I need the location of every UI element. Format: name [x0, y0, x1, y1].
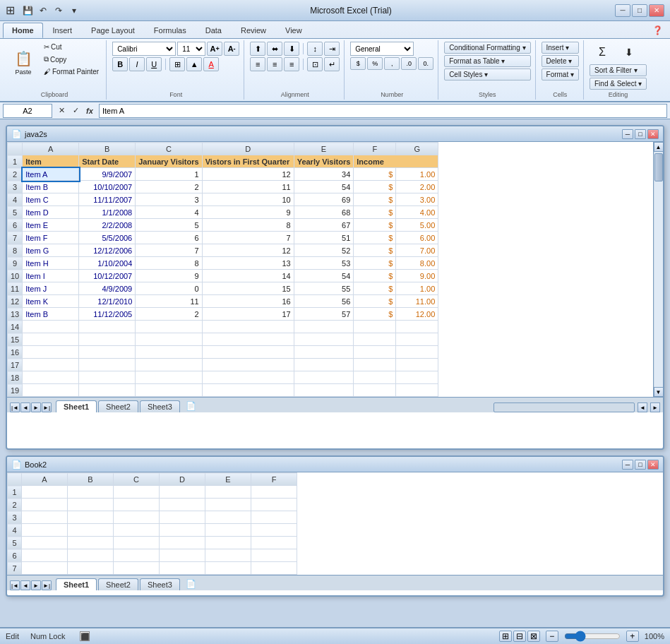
column-header-f[interactable]: F [354, 143, 396, 155]
row-header-9[interactable]: 9 [8, 257, 23, 270]
sort-filter-button[interactable]: Sort & Filter ▾ [590, 64, 647, 76]
cell-b6[interactable]: 2/2/2008 [79, 219, 136, 232]
row-header-18[interactable]: 18 [8, 371, 23, 384]
sheet2-nav-prev-button[interactable]: ◄ [20, 580, 30, 590]
header-cell-b1[interactable]: Start Date [79, 155, 136, 168]
align-center-button[interactable]: ≡ [267, 57, 282, 71]
workbook2-close-button[interactable]: ✕ [647, 460, 659, 470]
cell-c2[interactable]: 1 [136, 168, 202, 181]
empty-cell-17-0[interactable] [23, 359, 79, 371]
column-header-d[interactable]: D [202, 143, 294, 155]
border-button[interactable]: ⊞ [169, 57, 185, 71]
tab-view[interactable]: View [276, 23, 311, 38]
sheet-tab-sheet3[interactable]: Sheet3 [140, 400, 180, 412]
workbook2-maximize-button[interactable]: □ [635, 460, 646, 470]
empty-cell-19-4[interactable] [294, 384, 354, 397]
cell-e13[interactable]: 57 [294, 308, 354, 321]
empty-cell-18-5[interactable] [354, 371, 396, 384]
empty-cell2-3-4[interactable] [205, 511, 251, 524]
empty-cell-18-0[interactable] [23, 371, 79, 384]
cell-e9[interactable]: 53 [294, 257, 354, 270]
row2-header-3[interactable]: 3 [8, 511, 22, 524]
cell-b8[interactable]: 12/12/2006 [79, 244, 136, 257]
tab-data[interactable]: Data [196, 23, 231, 38]
cell-a12[interactable]: Item K [23, 295, 79, 308]
column-header-g[interactable]: G [396, 143, 438, 155]
close-button[interactable]: ✕ [649, 4, 664, 17]
row-header-12[interactable]: 12 [8, 295, 23, 308]
cell-d8[interactable]: 12 [202, 244, 294, 257]
tab-review[interactable]: Review [232, 23, 275, 38]
empty-cell-14-0[interactable] [23, 321, 79, 333]
cell-c5[interactable]: 4 [136, 206, 202, 219]
empty-cell2-7-1[interactable] [68, 562, 114, 575]
empty-cell2-4-2[interactable] [114, 524, 160, 537]
row-header-19[interactable]: 19 [8, 384, 23, 397]
row-header-4[interactable]: 4 [8, 193, 23, 206]
cell-f13[interactable]: $ [354, 308, 396, 321]
fill-color-button[interactable]: ▲ [186, 57, 202, 71]
cell-e3[interactable]: 54 [294, 181, 354, 193]
row-header-11[interactable]: 11 [8, 282, 23, 295]
add-sheet2-button[interactable]: 📄 [184, 578, 198, 590]
empty-cell-16-6[interactable] [396, 346, 438, 359]
row-header-15[interactable]: 15 [8, 333, 23, 346]
empty-cell-16-5[interactable] [354, 346, 396, 359]
cell-e10[interactable]: 54 [294, 270, 354, 282]
cut-button[interactable]: ✂ Cut [41, 42, 102, 52]
empty-cell2-5-2[interactable] [114, 537, 160, 549]
zoom-slider[interactable] [564, 632, 621, 640]
sheet-tab-sheet2[interactable]: Sheet2 [98, 400, 138, 412]
page-layout-view-button[interactable]: ⊟ [513, 631, 526, 642]
quick-access-dropdown[interactable]: ▾ [67, 4, 81, 18]
empty-cell-17-5[interactable] [354, 359, 396, 371]
empty-cell-19-2[interactable] [136, 384, 202, 397]
col2-header-d[interactable]: D [160, 473, 205, 486]
cell-b13[interactable]: 11/12/2005 [79, 308, 136, 321]
scroll-down-button[interactable]: ▼ [654, 387, 664, 397]
sheet2-tab-sheet3[interactable]: Sheet3 [140, 578, 180, 590]
col2-header-c[interactable]: C [114, 473, 160, 486]
insert-function-button[interactable]: fx [83, 105, 96, 117]
empty-cell2-4-4[interactable] [205, 524, 251, 537]
page-break-view-button[interactable]: ⊠ [527, 631, 540, 642]
empty-cell-19-3[interactable] [202, 384, 294, 397]
percent-button[interactable]: % [367, 57, 383, 70]
empty-cell2-6-3[interactable] [160, 549, 205, 562]
font-shrink-button[interactable]: A- [224, 42, 239, 56]
cell-styles-button[interactable]: Cell Styles ▾ [444, 68, 530, 80]
ribbon-help-button[interactable]: ❓ [650, 23, 664, 37]
empty-cell-18-3[interactable] [202, 371, 294, 384]
workbook2-minimize-button[interactable]: ─ [622, 460, 633, 470]
empty-cell-14-6[interactable] [396, 321, 438, 333]
cell-d13[interactable]: 17 [202, 308, 294, 321]
row-header-1[interactable]: 1 [8, 155, 23, 168]
cell-b12[interactable]: 12/1/2010 [79, 295, 136, 308]
conditional-formatting-button[interactable]: Conditional Formatting ▾ [444, 42, 530, 54]
row-header-5[interactable]: 5 [8, 206, 23, 219]
cell-c12[interactable]: 11 [136, 295, 202, 308]
scroll-track[interactable] [654, 152, 663, 387]
increase-decimal-button[interactable]: .0 [401, 57, 417, 70]
wrap-text-button[interactable]: ↵ [324, 57, 340, 71]
h-scroll-right[interactable]: ► [650, 402, 660, 412]
cell-f12[interactable]: $ [354, 295, 396, 308]
empty-cell-15-3[interactable] [202, 333, 294, 346]
row2-header-4[interactable]: 4 [8, 524, 22, 537]
empty-cell2-7-5[interactable] [251, 562, 297, 575]
scroll-up-button[interactable]: ▲ [654, 142, 664, 152]
cell-c8[interactable]: 7 [136, 244, 202, 257]
cell-g7[interactable]: 6.00 [396, 232, 438, 244]
row2-header-1[interactable]: 1 [8, 486, 22, 499]
cell-b10[interactable]: 10/12/2007 [79, 270, 136, 282]
fill-button[interactable]: ⬇ [616, 42, 642, 63]
cell-a2[interactable]: Item A [23, 168, 79, 181]
workbook1-close-button[interactable]: ✕ [647, 129, 659, 139]
formula-cancel-button[interactable]: ✕ [55, 105, 68, 117]
horizontal-scrollbar[interactable] [493, 402, 635, 412]
align-left-button[interactable]: ≡ [250, 57, 265, 71]
cell-f10[interactable]: $ [354, 270, 396, 282]
cell-a5[interactable]: Item D [23, 206, 79, 219]
empty-cell2-5-3[interactable] [160, 537, 205, 549]
row-header-16[interactable]: 16 [8, 346, 23, 359]
